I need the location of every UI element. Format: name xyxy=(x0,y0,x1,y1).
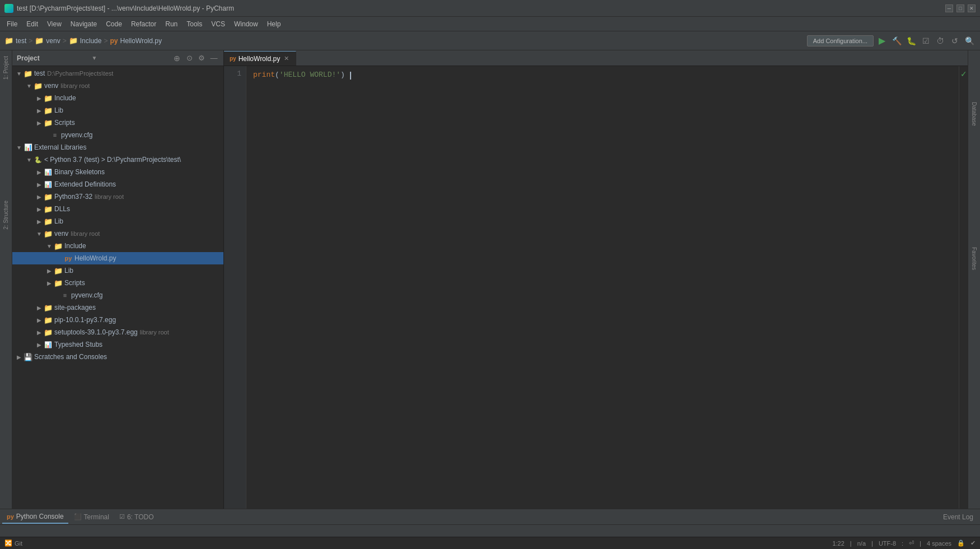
chevron-dlls: ▶ xyxy=(35,204,44,213)
chevron-scripts-1: ▶ xyxy=(35,118,44,127)
tree-item-site-packages[interactable]: ▶ 📁 site-packages xyxy=(12,301,223,314)
build-button[interactable]: 🔨 xyxy=(890,35,903,47)
tree-item-pyvenv-1[interactable]: ▶ ≡ pyvenv.cfg xyxy=(12,129,223,141)
tree-item-include-1[interactable]: ▶ 📁 Include xyxy=(12,92,223,104)
menu-bar: File Edit View Navigate Code Refactor Ru… xyxy=(0,17,980,31)
tab-close-hellowrold[interactable]: ✕ xyxy=(282,55,290,63)
tree-item-lib-ext[interactable]: ▶ 📁 Lib xyxy=(12,215,223,227)
breadcrumb-venv[interactable]: venv xyxy=(46,37,60,45)
tree-item-python37[interactable]: ▼ 🐍 < Python 3.7 (test) > D:\PycharmProj… xyxy=(12,153,223,166)
folder-icon-include-2: 📁 xyxy=(54,241,63,250)
tree-item-pyvenv-2[interactable]: ▶ ≡ pyvenv.cfg xyxy=(12,289,223,301)
tree-item-venv-ext[interactable]: ▼ 📁 venv library root xyxy=(12,227,223,240)
todo-icon: ☑ xyxy=(119,513,125,520)
menu-run[interactable]: Run xyxy=(161,18,182,30)
minimize-button[interactable]: ─ xyxy=(945,4,953,12)
bottom-panel: py Python Console ⬛ Terminal ☑ 6: TODO E… xyxy=(0,509,980,537)
settings-button[interactable]: ⚙ xyxy=(197,53,207,63)
chevron-python37: ▼ xyxy=(25,155,34,164)
tree-item-include-2[interactable]: ▼ 📁 Include xyxy=(12,240,223,252)
label-venv-sublabel: library root xyxy=(60,82,90,89)
tree-item-scripts-1[interactable]: ▶ 📁 Scripts xyxy=(12,117,223,129)
tree-item-scratches[interactable]: ▶ 💾 Scratches and Consoles xyxy=(12,351,223,363)
code-string-value: 'HELLO WORLD!' xyxy=(279,69,340,81)
folder-icon-lib-1: 📁 xyxy=(44,106,53,115)
reload-button[interactable]: ↺ xyxy=(949,35,961,47)
menu-refactor[interactable]: Refactor xyxy=(127,18,161,30)
favorites-tab-right[interactable]: Favorites xyxy=(970,243,978,274)
editor-tab-hellowrold[interactable]: py HelloWrold.py ✕ xyxy=(224,51,296,66)
chevron-typeshed: ▶ xyxy=(35,340,44,349)
locate-file-button[interactable]: ⊙ xyxy=(184,53,194,63)
python-console-tab[interactable]: py Python Console xyxy=(2,510,68,524)
ext-libs-icon: 📊 xyxy=(24,143,32,152)
tree-item-test[interactable]: ▼ 📁 test D:\PycharmProjects\test xyxy=(12,67,223,80)
menu-window[interactable]: Window xyxy=(230,18,263,30)
label-python37-32: Python37-32 xyxy=(54,193,92,201)
encoding-status[interactable]: UTF-8 xyxy=(879,540,896,547)
tree-item-venv[interactable]: ▼ 📁 venv library root xyxy=(12,80,223,92)
add-configuration-button[interactable]: Add Configuration... xyxy=(807,35,874,46)
new-file-button[interactable]: ⊕ xyxy=(172,53,182,63)
debug-button[interactable]: 🐛 xyxy=(905,35,917,47)
chevron-lib-venv-ext: ▶ xyxy=(45,266,54,275)
tree-item-binary-skeletons[interactable]: ▶ 📊 Binary Skeletons xyxy=(12,166,223,178)
menu-view[interactable]: View xyxy=(43,18,66,30)
status-right: 1:22 | n/a | UTF-8 : ⏎ | 4 spaces 🔒 ✔ xyxy=(832,539,976,547)
project-header: Project ▼ ⊕ ⊙ ⚙ — xyxy=(12,50,223,66)
folder-icon-venv: 📁 xyxy=(34,81,43,90)
run-button[interactable]: ▶ xyxy=(876,35,888,47)
database-tab[interactable]: Database xyxy=(970,97,978,131)
git-label: Git xyxy=(15,540,22,547)
terminal-tab[interactable]: ⬛ Terminal xyxy=(69,510,114,524)
tree-item-lib-1[interactable]: ▶ 📁 Lib xyxy=(12,104,223,117)
minimize-panel-button[interactable]: — xyxy=(209,53,219,63)
label-scripts-1: Scripts xyxy=(54,119,75,127)
tree-item-extended-def[interactable]: ▶ 📊 Extended Definitions xyxy=(12,178,223,190)
breadcrumb-file[interactable]: HelloWrold.py xyxy=(120,37,161,45)
tree-item-external-libs[interactable]: ▼ 📊 External Libraries xyxy=(12,141,223,153)
chevron-extended-def: ▶ xyxy=(35,180,44,189)
tree-item-setuptools[interactable]: ▶ 📁 setuptools-39.1.0-py3.7.egg library … xyxy=(12,326,223,338)
breadcrumb-include[interactable]: Include xyxy=(80,37,102,45)
py-icon-hellowrold: py xyxy=(64,254,73,263)
indent-status[interactable]: 4 spaces xyxy=(927,540,951,547)
menu-code[interactable]: Code xyxy=(101,18,127,30)
menu-navigate[interactable]: Navigate xyxy=(66,18,101,30)
editor-gutter: ✓ xyxy=(959,66,968,509)
label-binary-skeletons: Binary Skeletons xyxy=(54,168,105,176)
right-side-panel: Database Favorites xyxy=(968,50,980,509)
label-setuptools-sublabel: library root xyxy=(140,329,169,336)
breadcrumb-test[interactable]: test xyxy=(16,37,26,45)
todo-tab[interactable]: ☑ 6: TODO xyxy=(115,510,158,524)
code-area[interactable]: print('HELLO WORLD!') xyxy=(246,66,959,509)
tree-item-scripts-2[interactable]: ▶ 📁 Scripts xyxy=(12,277,223,289)
label-pip: pip-10.0.1-py3.7.egg xyxy=(54,316,116,324)
project-panel: Project ▼ ⊕ ⊙ ⚙ — ▼ 📁 test D:\PycharmPro… xyxy=(12,50,224,509)
tree-item-pip[interactable]: ▶ 📁 pip-10.0.1-py3.7.egg xyxy=(12,314,223,326)
menu-help[interactable]: Help xyxy=(263,18,286,30)
tree-item-dlls[interactable]: ▶ 📁 DLLs xyxy=(12,203,223,215)
menu-edit[interactable]: Edit xyxy=(22,18,43,30)
tree-item-lib-venv-ext[interactable]: ▶ 📁 Lib xyxy=(12,264,223,277)
profile-button[interactable]: ⏱ xyxy=(934,35,946,47)
search-everywhere-button[interactable]: 🔍 xyxy=(963,35,976,47)
python-console-icon: py xyxy=(7,513,14,520)
maximize-button[interactable]: □ xyxy=(956,4,964,12)
project-dropdown-icon[interactable]: ▼ xyxy=(92,55,97,61)
checkmark-icon: ✓ xyxy=(959,69,968,78)
git-icon: 🔀 xyxy=(4,539,12,547)
close-button[interactable]: ✕ xyxy=(968,4,976,12)
title-bar-left: test [D:\PycharmProjects\test] - ...\ven… xyxy=(4,4,234,13)
title-bar: test [D:\PycharmProjects\test] - ...\ven… xyxy=(0,0,980,17)
menu-tools[interactable]: Tools xyxy=(182,18,207,30)
structure-tab[interactable]: 2: Structure xyxy=(2,197,10,233)
tree-item-hellowrold[interactable]: ▶ py HelloWrold.py xyxy=(12,252,223,264)
tree-item-python37-32[interactable]: ▶ 📁 Python37-32 library root xyxy=(12,190,223,203)
event-log-button[interactable]: Event Log xyxy=(939,510,978,524)
menu-vcs[interactable]: VCS xyxy=(207,18,230,30)
menu-file[interactable]: File xyxy=(2,18,22,30)
run-with-coverage-button[interactable]: ☑ xyxy=(920,35,932,47)
tree-item-typeshed[interactable]: ▶ 📊 Typeshed Stubs xyxy=(12,338,223,351)
project-tab[interactable]: 1: Project xyxy=(2,53,10,83)
